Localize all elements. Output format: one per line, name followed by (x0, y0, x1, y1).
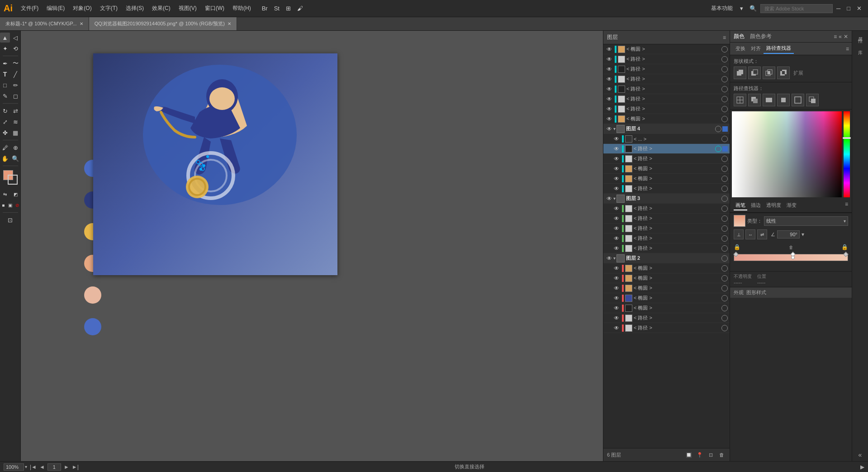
layer-2-ellipse1[interactable]: 👁 < 椭圆 > (603, 263, 730, 273)
delete-stop-icon[interactable]: 🗑 (789, 245, 793, 250)
layer-target[interactable] (721, 96, 728, 102)
make-clipping-icon[interactable]: ⊡ (706, 450, 715, 459)
visibility-toggle[interactable]: 👁 (612, 175, 621, 183)
trim-btn[interactable] (748, 94, 761, 106)
minus-back-btn[interactable] (806, 94, 819, 106)
stroke-tab[interactable]: 描边 (749, 201, 763, 210)
layer-item-ellipse3[interactable]: 👁 < 椭圆 > (603, 164, 730, 174)
transform-tab[interactable]: 变换 (733, 44, 748, 53)
layer-target[interactable] (721, 225, 728, 232)
none-mode-icon[interactable]: ⊘ (14, 200, 20, 210)
layer-item-path3[interactable]: 👁 < 路径 > (603, 74, 730, 84)
lock-left-icon[interactable]: 🔒 (734, 244, 740, 250)
visibility-toggle[interactable]: 👁 (612, 155, 621, 163)
rect-tool[interactable]: □ (0, 80, 10, 90)
layer-2-path2[interactable]: 👁 < 路径 > (603, 323, 730, 333)
layer-group-3[interactable]: 👁 ▾ 图层 3 (603, 194, 730, 204)
layer-target[interactable] (721, 66, 728, 72)
layer-target[interactable] (721, 285, 728, 291)
expand-attrs-icon[interactable]: « (859, 451, 862, 458)
pathfinder-panel-menu[interactable]: ≡ (846, 46, 849, 52)
column-graph-tool[interactable]: ▦ (10, 128, 20, 138)
expand-layer-4[interactable]: ▾ (613, 126, 616, 131)
canvas[interactable] (93, 53, 337, 275)
visibility-toggle[interactable]: 👁 (612, 165, 621, 173)
scale-tool[interactable]: ⤢ (0, 117, 10, 127)
layer-2-ellipse4[interactable]: 👁 < 椭圆 > (603, 293, 730, 303)
layer-target[interactable] (721, 245, 728, 252)
tab-qq[interactable]: QQ浏览器截图20190929144005.png* @ 100% (RGB/预… (89, 17, 237, 30)
stock-search-input[interactable] (760, 4, 833, 13)
layer-target[interactable] (715, 126, 721, 132)
workspace-dropdown-icon[interactable]: ▾ (737, 4, 746, 13)
type-tool[interactable]: T (0, 69, 10, 79)
exclude-btn[interactable] (777, 67, 790, 79)
layer-target[interactable] (721, 255, 728, 262)
paintbrush-tool[interactable]: ✏ (10, 80, 20, 90)
layers-menu-icon[interactable]: ≡ (723, 34, 726, 41)
zoom-control[interactable]: ▾ (4, 463, 27, 471)
close-color-panel[interactable]: ✕ (844, 33, 848, 40)
gradient-tab[interactable]: 渐变 (785, 201, 798, 210)
align-tab[interactable]: 对齐 (748, 44, 764, 53)
layer-item-path5[interactable]: 👁 < 路径 > (603, 94, 730, 104)
layer-target[interactable] (721, 205, 728, 212)
layer-target[interactable] (721, 295, 728, 301)
close-tab-untitled[interactable]: ✕ (80, 21, 83, 26)
minus-front-btn[interactable] (748, 67, 761, 79)
visibility-toggle[interactable]: 👁 (612, 205, 621, 213)
visibility-toggle[interactable]: 👁 (605, 95, 613, 103)
layer-target[interactable] (721, 56, 728, 62)
canvas-area[interactable] (21, 31, 603, 461)
layer-item-path2[interactable]: 👁 < 路径 > (603, 64, 730, 74)
visibility-toggle[interactable]: 👁 (612, 234, 621, 243)
workspace-label[interactable]: 基本功能 (707, 3, 736, 14)
bridge-icon[interactable]: Br (259, 4, 270, 13)
visibility-toggle[interactable]: 👁 (605, 55, 613, 63)
layer-item-ellipse4[interactable]: 👁 < 椭圆 > (603, 174, 730, 184)
gradient-track[interactable] (734, 254, 848, 261)
gradient-mode-icon[interactable]: ▣ (7, 200, 13, 210)
lasso-tool[interactable]: ⟲ (10, 43, 20, 53)
zoom-tool[interactable]: 🔍 (10, 153, 20, 163)
layer-target[interactable] (721, 166, 728, 172)
layer-target[interactable] (721, 176, 728, 182)
search-icon[interactable]: 🔍 (747, 4, 759, 13)
eyedropper-tool[interactable]: 🖉 (0, 143, 10, 153)
layer-target[interactable] (721, 46, 728, 52)
layer-2-path1[interactable]: 👁 < 路径 > (603, 313, 730, 323)
stock-icon[interactable]: St (271, 4, 282, 13)
layer-target[interactable] (721, 195, 728, 202)
gradient-stop-right[interactable] (843, 252, 848, 257)
menu-select[interactable]: 选择(S) (122, 3, 147, 14)
swap-colors-icon[interactable]: ⇆ (0, 189, 10, 199)
symbol-spray-tool[interactable]: ✤ (0, 128, 10, 138)
gradient-type-dropdown[interactable]: 线性 ▾ (764, 216, 848, 226)
stroke-color-swatch[interactable] (8, 175, 18, 185)
layer-target[interactable] (721, 86, 728, 92)
color-panel-menu[interactable]: ≡ (834, 33, 837, 40)
layer-3-path2[interactable]: 👁 < 路径 > (603, 214, 730, 224)
layer-item-path-selected[interactable]: 👁 < 路径 > (603, 144, 730, 154)
line-tool[interactable]: ╱ (10, 69, 20, 79)
divide-btn[interactable] (734, 94, 746, 106)
layer-item-path6[interactable]: 👁 < 路径 > (603, 104, 730, 114)
visibility-toggle[interactable]: 👁 (612, 145, 621, 153)
layer-target[interactable] (721, 116, 728, 122)
warp-tool[interactable]: ≋ (10, 117, 20, 127)
brush-icon[interactable]: 🖌 (294, 4, 306, 13)
reflect-tool[interactable]: ⇄ (10, 106, 20, 116)
visibility-toggle[interactable]: 👁 (612, 135, 621, 143)
angle-dropdown[interactable]: ▾ (802, 231, 804, 238)
opacity-tab[interactable]: 透明度 (764, 201, 783, 210)
unite-btn[interactable] (734, 67, 746, 79)
brush-tab[interactable]: 画笔 (734, 201, 747, 210)
layer-item-ellipse2[interactable]: 👁 < 椭圆 > (603, 114, 730, 124)
visibility-toggle[interactable]: 👁 (612, 244, 621, 253)
close-icon[interactable]: ✕ (854, 4, 864, 13)
layer-3-path1[interactable]: 👁 < 路径 > (603, 204, 730, 214)
pencil-tool[interactable]: ✎ (0, 91, 10, 101)
menu-file[interactable]: 文件(F) (17, 3, 42, 14)
eraser-tool[interactable]: ◻ (10, 91, 20, 101)
visibility-toggle[interactable]: 👁 (605, 65, 613, 73)
